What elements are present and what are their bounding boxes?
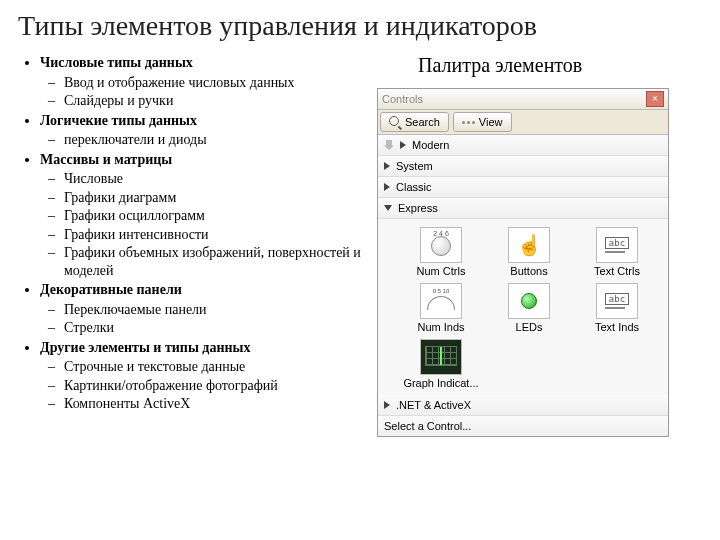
cat-row-dotnet[interactable]: .NET & ActiveX <box>378 395 668 416</box>
cat-label: Express <box>398 202 438 214</box>
express-grid: Num Ctrls Buttons abc Text Ctrls <box>378 219 668 395</box>
slide-title: Типы элементов управления и индикаторов <box>18 10 702 42</box>
palette-window-title: Controls <box>382 93 423 105</box>
close-icon[interactable]: × <box>646 91 664 107</box>
item-label: Buttons <box>510 265 547 277</box>
search-label: Search <box>405 116 440 128</box>
view-button[interactable]: View <box>453 112 512 132</box>
cat-label: System <box>396 160 433 172</box>
cat-row-select[interactable]: Select a Control... <box>378 416 668 436</box>
cat-row-system[interactable]: System <box>378 156 668 177</box>
palette-item-graph[interactable]: Graph Indicat... <box>400 337 482 391</box>
item-label: Text Inds <box>595 321 639 333</box>
sub-item: Картинки/отображение фотографий <box>64 377 378 395</box>
led-icon <box>508 283 550 319</box>
item-label: Graph Indicat... <box>403 377 478 389</box>
sub-item: Компоненты ActiveX <box>64 395 378 413</box>
cat-label: Modern <box>412 139 449 151</box>
gauge-icon <box>420 283 462 319</box>
cat-label: Select a Control... <box>384 420 471 432</box>
palette-heading: Палитра элементов <box>418 54 582 77</box>
hand-icon <box>508 227 550 263</box>
search-icon <box>389 116 401 128</box>
sub-item: Слайдеры и ручки <box>64 92 378 110</box>
expand-icon <box>384 401 390 409</box>
view-label: View <box>479 116 503 128</box>
cat-numeric: Числовые типы данных <box>40 55 193 70</box>
text-ind-icon: abc <box>596 283 638 319</box>
cat-label: .NET & ActiveX <box>396 399 471 411</box>
text-ctrl-icon: abc <box>596 227 638 263</box>
sub-item: Числовые <box>64 170 378 188</box>
item-label: LEDs <box>516 321 543 333</box>
view-icon <box>462 121 475 124</box>
palette-item-leds[interactable]: LEDs <box>488 281 570 335</box>
search-button[interactable]: Search <box>380 112 449 132</box>
item-label: Num Ctrls <box>417 265 466 277</box>
graph-icon <box>420 339 462 375</box>
palette-item-num-ctrls[interactable]: Num Ctrls <box>400 225 482 279</box>
expand-icon <box>384 183 390 191</box>
item-label: Num Inds <box>417 321 464 333</box>
controls-palette: Controls × Search View <box>378 89 668 436</box>
cat-row-classic[interactable]: Classic <box>378 177 668 198</box>
expand-icon <box>384 162 390 170</box>
cat-label: Classic <box>396 181 431 193</box>
sub-item: Стрелки <box>64 319 378 337</box>
sub-item: Строчные и текстовые данные <box>64 358 378 376</box>
cat-row-express[interactable]: Express <box>378 198 668 219</box>
cat-arrays: Массивы и матрицы <box>40 152 172 167</box>
cat-other: Другие элементы и типы данных <box>40 340 251 355</box>
sub-item: Ввод и отображение числовых данных <box>64 74 378 92</box>
expand-icon <box>400 141 406 149</box>
palette-item-text-inds[interactable]: abc Text Inds <box>576 281 658 335</box>
palette-item-num-inds[interactable]: Num Inds <box>400 281 482 335</box>
pin-icon <box>384 140 394 150</box>
palette-item-text-ctrls[interactable]: abc Text Ctrls <box>576 225 658 279</box>
sub-item: Переключаемые панели <box>64 301 378 319</box>
collapse-icon <box>384 205 392 211</box>
sub-item: Графики диаграмм <box>64 189 378 207</box>
item-label: Text Ctrls <box>594 265 640 277</box>
sub-item: Графики интенсивности <box>64 226 378 244</box>
palette-item-buttons[interactable]: Buttons <box>488 225 570 279</box>
outline: Числовые типы данных Ввод и отображение … <box>18 54 378 415</box>
cat-row-modern[interactable]: Modern <box>378 135 668 156</box>
cat-boolean: Логичекие типы данных <box>40 113 197 128</box>
knob-icon <box>420 227 462 263</box>
sub-item: Графики осциллограмм <box>64 207 378 225</box>
sub-item: Графики объемных изображений, поверхност… <box>64 244 378 279</box>
cat-decor: Декоративные панели <box>40 282 182 297</box>
sub-item: переключатели и диоды <box>64 131 378 149</box>
